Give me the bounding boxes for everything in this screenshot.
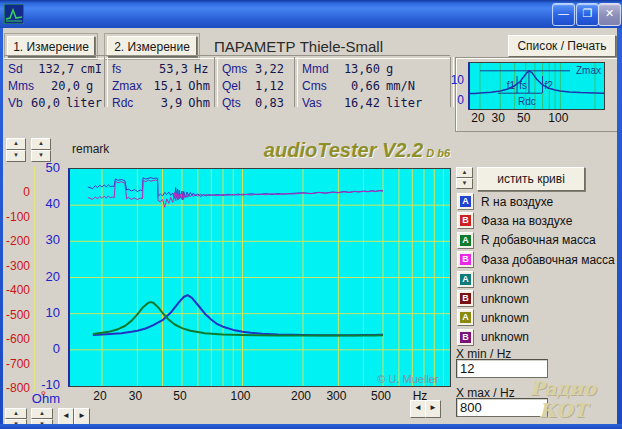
maximize-button[interactable]: ❐ — [576, 3, 599, 26]
main-chart-plot: © U. Mueller — [68, 168, 451, 387]
x-max-input[interactable] — [456, 398, 548, 417]
app-logo-suffix: D b6 — [426, 147, 450, 159]
measurement-1-button[interactable]: 1. Измерение — [7, 36, 95, 57]
param-label: Sd — [8, 62, 37, 76]
params-column-dimensions: Sd132,7cmIMms20,0gVb60,0liter — [8, 60, 102, 110]
window-border-right — [617, 28, 622, 429]
svg-text:Zmax: Zmax — [576, 65, 601, 76]
param-value: 20,0 — [40, 79, 80, 93]
param-label: Qts — [222, 96, 253, 110]
mini-chart-svg: ZmaxRdcf1fsf2 — [470, 63, 604, 109]
app-icon — [4, 4, 24, 24]
param-unit: liter — [380, 96, 422, 110]
param-row: Rdc3,9Ohm — [112, 94, 210, 111]
param-label: Mms — [8, 79, 40, 93]
legend-item-label: unknown — [474, 292, 529, 306]
title-bar[interactable]: — ❐ ✕ — [0, 0, 622, 28]
x-scroll-right-button[interactable]: ► — [425, 400, 441, 418]
legend-item: AR на воздухе — [457, 193, 553, 210]
param-value: 132,7 — [37, 62, 74, 76]
param-unit: liter — [60, 96, 102, 110]
close-button[interactable]: ✕ — [598, 3, 621, 26]
param-label: fs — [112, 62, 152, 76]
legend-item-label: unknown — [474, 330, 529, 344]
param-value: 16,42 — [338, 96, 380, 110]
spin-down-icon[interactable]: ▼ — [6, 150, 26, 162]
legend-chip-letter: B — [460, 215, 471, 226]
legend-item-label: R добавочная масса — [474, 233, 596, 247]
svg-text:© U. Mueller: © U. Mueller — [377, 373, 439, 385]
minimize-button[interactable]: — — [552, 3, 575, 26]
ohm-tick-label: 20 — [34, 269, 60, 284]
legend-chip-letter: B — [460, 293, 471, 304]
legend-color-chip[interactable]: A — [457, 232, 474, 249]
ohm-tick-label: -10 — [34, 377, 60, 392]
legend-item: BФаза на воздухе — [457, 212, 572, 229]
legend-item-label: R на воздухе — [474, 195, 553, 209]
spin-down-icon[interactable]: ▼ — [31, 150, 51, 162]
page-title: ПАРАМЕТР Thiele-Small — [214, 38, 383, 55]
measurement-2-button[interactable]: 2. Измерение — [107, 36, 197, 57]
param-row: Mms20,0g — [8, 77, 102, 94]
param-unit: g — [80, 79, 93, 93]
legend-color-chip[interactable]: B — [457, 329, 474, 346]
legend-chip-letter: A — [460, 312, 471, 323]
phase-tick-label: -500 — [2, 308, 30, 322]
legend-color-chip[interactable]: B — [457, 290, 474, 307]
phase-tick-label: -400 — [2, 283, 30, 297]
params-separator — [294, 57, 298, 107]
spin-up-icon[interactable]: ▲ — [31, 408, 53, 419]
spin-down-icon[interactable]: ▼ — [456, 178, 473, 189]
ohm-tick-label: 10 — [34, 305, 60, 320]
param-label: Vb — [8, 96, 31, 110]
x-min-input[interactable] — [456, 359, 548, 378]
legend-color-chip[interactable]: A — [457, 271, 474, 288]
phase-tick-label: -200 — [2, 234, 30, 248]
bottom-spinner-1: ▲ ▼ — [5, 408, 27, 424]
bottom-spinner-2: ▲ ▼ — [31, 408, 53, 424]
x-tick-label: 200 — [281, 389, 321, 403]
param-value: 13,60 — [338, 62, 380, 76]
legend-color-chip[interactable]: A — [457, 309, 474, 326]
phase-tick-label: -800 — [2, 381, 30, 395]
x-tick-label: 50 — [160, 389, 200, 403]
legend-chip-letter: A — [460, 274, 471, 285]
params-column-q: Qms3,22Qel1,12Qts0,83 — [222, 60, 290, 110]
list-print-button[interactable]: Список / Печать — [508, 35, 616, 57]
legend-chip-letter: B — [460, 332, 471, 343]
spin-up-icon[interactable]: ▲ — [6, 138, 26, 150]
legend-chip-letter: A — [460, 235, 471, 246]
legend-color-chip[interactable]: A — [457, 193, 474, 210]
window-border-left — [0, 28, 3, 429]
app-logo-main: audioTester V2.2 — [264, 139, 423, 161]
app-window: — ❐ ✕ 1. Измерение 2. Измерение ПАРАМЕТР… — [0, 0, 622, 429]
svg-text:Rdc: Rdc — [518, 96, 536, 107]
param-value: 3,9 — [149, 96, 182, 110]
param-label: Qel — [222, 79, 253, 93]
param-row: Qts0,83 — [222, 94, 290, 111]
spin-up-icon[interactable]: ▲ — [5, 408, 27, 419]
params-column-resonance: fs53,3HzZmax15,1OhmRdc3,9Ohm — [112, 60, 210, 110]
main-chart-svg: © U. Mueller — [70, 169, 450, 386]
param-row: Vb60,0liter — [8, 94, 102, 111]
ohm-axis-label: Ohm — [30, 391, 60, 406]
clear-curves-button[interactable]: истить криві — [477, 167, 585, 191]
param-unit: g — [380, 62, 393, 76]
legend-item: Aunknown — [457, 271, 529, 288]
legend-color-chip[interactable]: B — [457, 251, 474, 268]
ohm-tick-label: 50 — [34, 160, 60, 175]
legend-item: Bunknown — [457, 329, 529, 346]
phase-tick-label: -600 — [2, 332, 30, 346]
param-value: 1,12 — [253, 79, 284, 93]
spin-up-icon[interactable]: ▲ — [31, 138, 51, 150]
param-row: fs53,3Hz — [112, 60, 210, 77]
x-tick-label: 100 — [220, 389, 260, 403]
x-tick-label: 300 — [316, 389, 356, 403]
x-scroll-left-button[interactable]: ◄ — [410, 400, 426, 418]
params-top-separator — [4, 55, 450, 59]
legend-item-label: unknown — [474, 272, 529, 286]
remark-spinner-2: ▲ ▼ — [31, 138, 51, 162]
legend-color-chip[interactable]: B — [457, 212, 474, 229]
spin-up-icon[interactable]: ▲ — [456, 167, 473, 178]
mini-chart-plot: ZmaxRdcf1fsf2 — [468, 62, 605, 110]
